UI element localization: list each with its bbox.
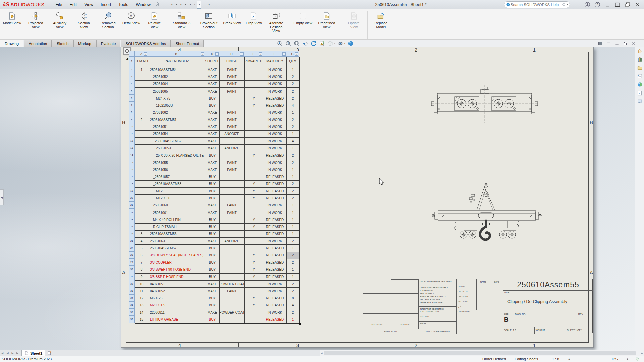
bom-finish[interactable] <box>220 245 245 252</box>
bom-source[interactable]: MAKE <box>205 202 220 209</box>
bom-item-no[interactable] <box>135 123 148 130</box>
bom-item-no[interactable]: 4 <box>135 238 148 245</box>
graphics-area[interactable]: 44332211BBAA <box>0 47 635 350</box>
bom-qty[interactable]: 1 <box>287 131 299 138</box>
ribbon-projected-view-button[interactable]: Projected View <box>24 10 47 30</box>
bom-qty[interactable]: 2 <box>287 88 299 95</box>
bom-maturity[interactable]: IN WORK <box>263 288 287 295</box>
tab-solidworks-add-ins[interactable]: SOLIDWORKS Add-Ins <box>121 40 170 47</box>
bom-item-no[interactable]: 11 <box>135 288 148 295</box>
bom-source[interactable]: BUY <box>205 181 220 188</box>
ribbon-update-view-button[interactable]: Update View <box>342 10 366 30</box>
bom-source[interactable]: MAKE <box>205 123 220 130</box>
bom-source[interactable]: MAKE <box>205 166 220 173</box>
bom-item-no[interactable] <box>135 102 148 109</box>
bom-part-number[interactable]: 25061063 <box>148 238 205 245</box>
bom-finish[interactable] <box>220 152 245 159</box>
bom-source[interactable]: BUY <box>205 259 220 266</box>
bom-maturity[interactable]: IN WORK <box>263 66 287 73</box>
bom-hardware-item[interactable] <box>245 109 263 116</box>
bom-part-number[interactable]: M6 X 25 <box>148 295 205 302</box>
bom-maturity[interactable]: RELEASED <box>263 173 287 180</box>
status-tag-icon[interactable] <box>635 357 640 362</box>
bom-item-no[interactable] <box>135 159 148 166</box>
bom-qty[interactable]: 1 <box>287 145 299 152</box>
tab-sheet-format[interactable]: Sheet Format <box>171 40 204 47</box>
bom-qty[interactable]: 1 <box>287 66 299 73</box>
bom-part-number[interactable]: 25061064 <box>148 81 205 88</box>
bom-maturity[interactable]: IN WORK <box>263 202 287 209</box>
add-sheet-button[interactable] <box>45 350 53 356</box>
bom-qty[interactable]: 1 <box>287 109 299 116</box>
bom-item-no[interactable] <box>135 109 148 116</box>
bom-part-number[interactable]: 27061062 <box>148 109 205 116</box>
bom-finish[interactable]: PAINT <box>220 66 245 73</box>
row-number-11[interactable]: 11 <box>129 130 135 137</box>
row-number-25[interactable]: 25 <box>129 230 135 237</box>
bom-item-no[interactable] <box>135 224 148 231</box>
bom-item-no[interactable] <box>135 209 148 216</box>
bom-source[interactable]: MAKE <box>205 209 220 216</box>
row-number-30[interactable]: 30 <box>129 266 135 273</box>
bom-maturity[interactable]: RELEASED <box>263 216 287 223</box>
column-filter-caret[interactable]: ▾ <box>259 52 262 56</box>
table-resize-handle[interactable] <box>299 323 301 325</box>
ribbon-model-view-button[interactable]: Model View <box>1 10 23 26</box>
bom-source[interactable]: MAKE <box>205 66 220 73</box>
dropdown-caret-icon[interactable]: ▾ <box>199 3 200 6</box>
zoom-fit-button[interactable] <box>276 40 284 47</box>
sheet-nav-next[interactable]: ▶ <box>10 350 15 356</box>
bom-part-number[interactable]: M12 <box>148 188 205 195</box>
3d-drawing-view-button[interactable] <box>318 40 326 47</box>
bom-finish[interactable]: ANODIZE <box>220 238 245 245</box>
bom-finish[interactable] <box>220 95 245 102</box>
bom-source[interactable]: MAKE <box>205 88 220 95</box>
tile-windows-button[interactable] <box>612 0 623 9</box>
bom-finish[interactable] <box>220 181 245 188</box>
bom-maturity[interactable]: IN WORK <box>263 145 287 152</box>
bom-maturity[interactable]: RELEASED <box>263 224 287 231</box>
bom-source[interactable]: MAKE <box>205 73 220 80</box>
bom-source[interactable]: BUY <box>205 224 220 231</box>
bom-hardware-item[interactable]: Y <box>245 274 263 281</box>
bom-part-number[interactable]: _250610ASSEM52 <box>148 138 205 145</box>
bom-hardware-item[interactable] <box>245 73 263 80</box>
bom-source[interactable]: MAKE <box>205 81 220 88</box>
bom-part-number[interactable]: 25061054 <box>148 131 205 138</box>
bom-hardware-item[interactable]: Y <box>245 252 263 259</box>
bom-qty[interactable]: 2 <box>287 252 299 259</box>
bom-qty[interactable]: 2 <box>287 259 299 266</box>
status-scale[interactable]: 1 : 8 <box>552 356 559 362</box>
bom-maturity[interactable]: IN WORK <box>263 81 287 88</box>
row-number-4[interactable]: 4 <box>129 80 135 87</box>
tab-drawing[interactable]: Drawing <box>0 40 23 47</box>
doc-close-icon[interactable] <box>630 40 638 47</box>
bom-source[interactable]: BUY <box>205 274 220 281</box>
bom-finish[interactable]: ANODIZE <box>220 145 245 152</box>
bom-source[interactable]: BUY <box>205 95 220 102</box>
bom-qty[interactable]: 2 <box>287 116 299 123</box>
tab-sketch[interactable]: Sketch <box>52 40 73 47</box>
row-number-12[interactable]: 12 <box>129 137 135 144</box>
bom-part-number[interactable]: 04071052 <box>148 288 205 295</box>
select-button[interactable]: ▾ <box>197 1 201 9</box>
bom-item-no[interactable] <box>135 181 148 188</box>
bom-hardware-item[interactable]: Y <box>245 188 263 195</box>
ribbon-alternate-position-view-button[interactable]: Alternate Position View <box>265 10 288 34</box>
bom-finish[interactable] <box>220 138 245 145</box>
row-number-36[interactable]: 36 <box>129 309 135 316</box>
bom-maturity[interactable]: RELEASED <box>263 195 287 202</box>
bom-part-number[interactable]: 250610ASSEM51 <box>148 116 205 123</box>
bom-hardware-item[interactable]: Y <box>245 224 263 231</box>
bom-finish[interactable] <box>220 102 245 109</box>
row-number-13[interactable]: 13 <box>129 144 135 152</box>
row-number-14[interactable]: 14 <box>129 152 135 159</box>
bom-part-number[interactable]: 25061053 <box>148 145 205 152</box>
bom-finish[interactable]: PAINT <box>220 109 245 116</box>
view-palette-tab[interactable] <box>635 72 644 80</box>
bom-item-no[interactable] <box>135 152 148 159</box>
bom-finish[interactable]: PAINT <box>220 209 245 216</box>
bom-hardware-item[interactable] <box>245 145 263 152</box>
bom-hardware-item[interactable] <box>245 309 263 316</box>
search-scope-caret[interactable]: ▾ <box>567 3 568 6</box>
